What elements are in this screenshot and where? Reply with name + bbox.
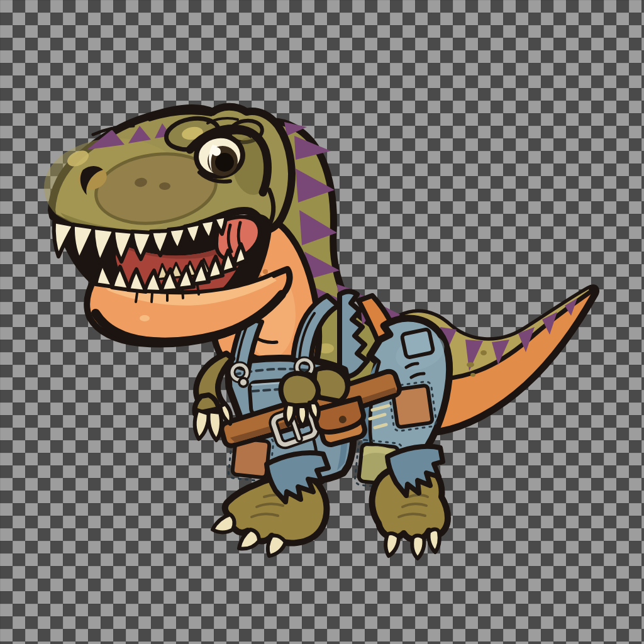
transparency-checkerboard: Cartoon T-Rex wearing patched denim over… [0,0,644,644]
page: { "image": { "title": "Cartoon T-Rex wea… [0,0,644,644]
chin-highlight [140,315,150,321]
left-leg [213,453,328,556]
trex-sticker-illustration: Cartoon T-Rex wearing patched denim over… [0,0,644,644]
right-leg [354,318,449,558]
back-pocket [402,329,434,358]
head [44,107,292,345]
